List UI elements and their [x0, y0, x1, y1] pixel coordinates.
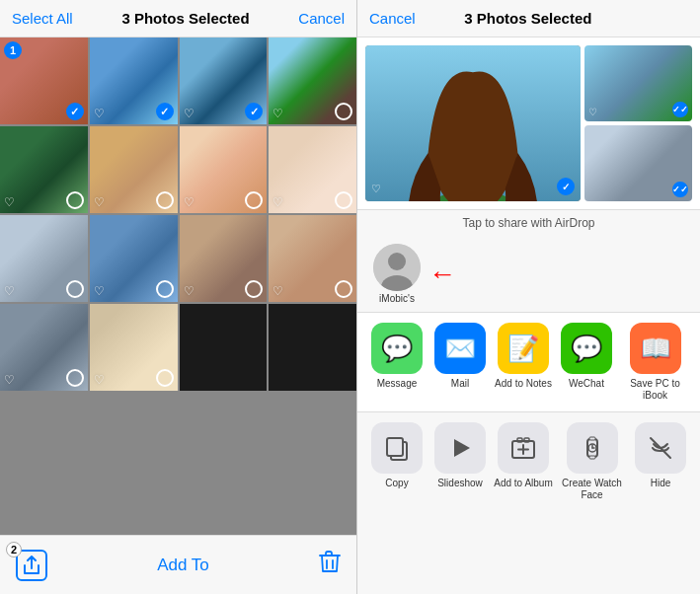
add-album-icon [498, 422, 549, 474]
copy-icon [371, 422, 423, 474]
message-icon: 💬 [371, 323, 423, 374]
photo-check-4[interactable] [335, 103, 352, 120]
photo-cell-12[interactable]: ♡ [269, 215, 356, 302]
photo-cell-10[interactable]: ♡ [90, 215, 178, 302]
photo-cell-13[interactable]: ♡ [0, 304, 88, 391]
watch-face-icon [567, 422, 618, 474]
svg-rect-17 [589, 437, 595, 440]
photo-check-3[interactable] [245, 103, 263, 120]
photo-check-1[interactable] [66, 103, 84, 120]
add-to-button[interactable]: Add To [157, 556, 209, 575]
photo-cell-3[interactable]: ♡ [180, 37, 268, 124]
preview-thumb-2[interactable]: ✓ [584, 125, 692, 201]
share-action-mail[interactable]: ✉️ Mail [428, 323, 492, 390]
photo-cell-2[interactable]: ♡ [90, 37, 178, 124]
photo-cell-7[interactable]: ♡ [180, 126, 268, 213]
notes-label: Add to Notes [495, 378, 552, 390]
photo-heart-9: ♡ [4, 284, 15, 298]
share-action-book[interactable]: 📖 Save PC to iBook [618, 323, 692, 402]
right-selected-count: 3 Photos Selected [464, 10, 591, 27]
photo-cell-8[interactable]: ♡ [269, 126, 356, 213]
photo-check-8[interactable] [335, 191, 352, 209]
book-label: Save PC to iBook [618, 378, 692, 402]
copy-label: Copy [385, 478, 408, 489]
svg-point-3 [388, 253, 406, 270]
photo-cell-5[interactable]: ♡ [0, 126, 88, 213]
photo-check-14[interactable] [156, 369, 174, 387]
red-arrow-indicator: ← [428, 259, 456, 290]
svg-marker-7 [454, 439, 470, 457]
share-actions-row: 💬 Message ✉️ Mail 📝 Add to Notes 💬 WeCha… [357, 313, 700, 412]
delete-button[interactable] [319, 551, 341, 579]
photo-grid: 1 ♡ ♡ ♡ ♡ ♡ ♡ ♡ [0, 37, 356, 535]
photo-check-7[interactable] [245, 191, 263, 209]
share-action-wechat[interactable]: 💬 WeChat [555, 323, 618, 390]
svg-rect-18 [589, 456, 595, 459]
photo-cell-6[interactable]: ♡ [90, 126, 178, 213]
action-watch-face[interactable]: Create Watch Face [555, 422, 629, 501]
add-album-label: Add to Album [494, 478, 552, 489]
photo-heart-3: ♡ [184, 107, 194, 120]
share-action-message[interactable]: 💬 Message [365, 323, 428, 390]
photo-heart-12: ♡ [272, 284, 283, 298]
preview-thumb-1-check[interactable]: ✓ [672, 102, 688, 117]
right-cancel-button[interactable]: Cancel [369, 10, 416, 27]
photo-heart-4: ♡ [272, 107, 283, 120]
hide-label: Hide [651, 478, 671, 489]
notes-icon: 📝 [498, 323, 549, 374]
photo-heart-14: ♡ [94, 373, 105, 387]
photo-check-11[interactable] [245, 280, 263, 298]
preview-thumb-1[interactable]: ✓ ♡ [584, 45, 692, 121]
slideshow-icon [434, 422, 486, 474]
photo-heart-5: ♡ [4, 195, 15, 209]
svg-rect-6 [387, 438, 403, 456]
photo-badge-1: 1 [4, 41, 22, 59]
right-header: Cancel 3 Photos Selected [357, 0, 700, 37]
photo-cell-empty-1 [180, 304, 268, 391]
left-panel: Select All 3 Photos Selected Cancel 1 ♡ … [0, 0, 357, 594]
photo-heart-7: ♡ [184, 195, 194, 209]
watch-face-label: Create Watch Face [555, 478, 629, 501]
photo-cell-1[interactable]: 1 [0, 37, 88, 124]
photo-heart-10: ♡ [94, 284, 105, 298]
action-buttons-row: Copy Slideshow Add to Album [357, 412, 700, 594]
preview-thumb-2-check[interactable]: ✓ [672, 182, 688, 197]
book-icon: 📖 [630, 323, 681, 374]
photo-check-6[interactable] [156, 191, 174, 209]
photo-cell-4[interactable]: ♡ [269, 37, 356, 124]
share-action-notes[interactable]: 📝 Add to Notes [492, 323, 555, 390]
photo-cell-9[interactable]: ♡ [0, 215, 88, 302]
preview-main-photo[interactable]: ✓ ♡ [365, 45, 581, 201]
left-selected-count: 3 Photos Selected [121, 10, 249, 27]
photo-heart-11: ♡ [184, 284, 194, 298]
left-cancel-button[interactable]: Cancel [298, 10, 345, 27]
selected-preview: ✓ ♡ ✓ ♡ ✓ [357, 37, 700, 210]
photo-heart-8: ♡ [272, 195, 283, 209]
share-button[interactable] [16, 550, 47, 581]
mail-icon: ✉️ [434, 323, 486, 374]
left-header: Select All 3 Photos Selected Cancel [0, 0, 356, 37]
preview-main-check[interactable]: ✓ [557, 178, 575, 195]
wechat-label: WeChat [569, 378, 604, 390]
hide-icon [635, 422, 686, 474]
airdrop-contact[interactable]: iMobic's [373, 244, 421, 304]
wechat-icon: 💬 [561, 323, 612, 374]
photo-check-12[interactable] [335, 280, 352, 298]
photo-cell-11[interactable]: ♡ [180, 215, 268, 302]
photo-check-13[interactable] [66, 369, 84, 387]
airdrop-contact-name: iMobic's [379, 293, 415, 304]
action-copy[interactable]: Copy [365, 422, 428, 489]
photo-heart-2: ♡ [94, 107, 105, 120]
photo-heart-13: ♡ [4, 373, 15, 387]
select-all-button[interactable]: Select All [12, 10, 73, 27]
action-hide[interactable]: Hide [629, 422, 692, 489]
photo-cell-14[interactable]: ♡ [90, 304, 178, 391]
photo-check-9[interactable] [66, 280, 84, 298]
photo-check-5[interactable] [66, 191, 84, 209]
photo-check-2[interactable] [156, 103, 174, 120]
action-slideshow[interactable]: Slideshow [428, 422, 492, 489]
airdrop-avatar [373, 244, 421, 291]
message-label: Message [377, 378, 418, 390]
action-add-album[interactable]: Add to Album [492, 422, 555, 489]
photo-check-10[interactable] [156, 280, 174, 298]
